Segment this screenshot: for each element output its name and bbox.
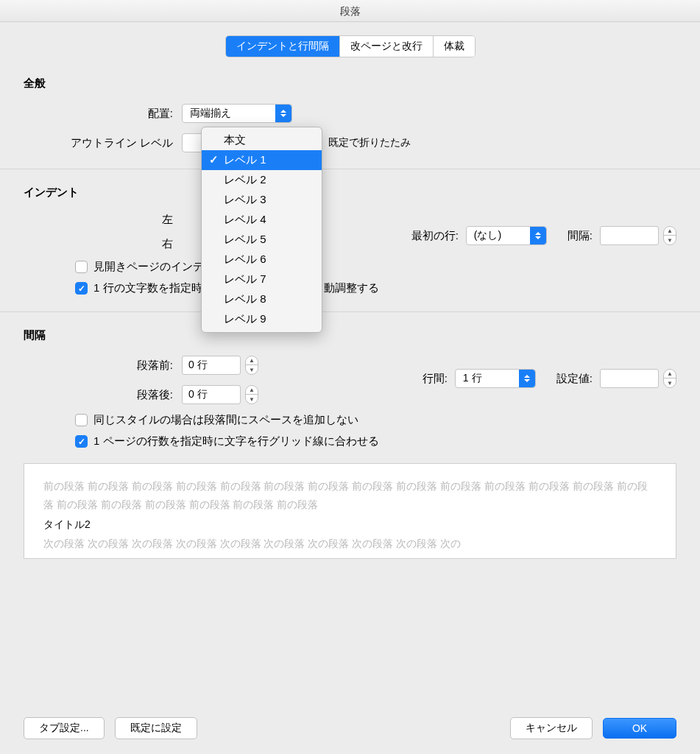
dd-item-body[interactable]: 本文 (202, 130, 322, 150)
nospace-label: 同じスタイルの場合は段落間にスペースを追加しない (93, 413, 358, 427)
section-general: 全般 (24, 77, 676, 91)
window-title: 段落 (0, 0, 700, 22)
preview-prev: 前の段落 前の段落 前の段落 前の段落 前の段落 前の段落 前の段落 前の段落 … (43, 477, 657, 514)
outline-label: アウトライン レベル (24, 136, 182, 150)
chevron-updown-icon (519, 370, 535, 387)
chevron-updown-icon (275, 105, 291, 122)
preview-current: タイトル2 (43, 514, 657, 535)
auto-indent-checkbox[interactable] (75, 282, 88, 295)
mirror-indent-checkbox[interactable] (75, 261, 88, 273)
dd-item-level9[interactable]: レベル 9 (202, 309, 322, 329)
indent-width-label: 間隔: (568, 229, 593, 243)
tab-indent[interactable]: インデントと行間隔 (226, 36, 340, 57)
nospace-checkbox[interactable] (75, 414, 88, 426)
preview-next: 次の段落 次の段落 次の段落 次の段落 次の段落 次の段落 次の段落 次の段落 … (43, 535, 657, 553)
ok-button[interactable]: OK (603, 718, 676, 739)
snap-grid-label: 1 ページの行数を指定時に文字を行グリッド線に合わせる (93, 434, 379, 448)
snap-grid-checkbox[interactable] (75, 435, 88, 448)
first-line-value: (なし) (474, 229, 501, 242)
line-at-stepper[interactable]: ▲▼ (663, 369, 676, 388)
align-value: 両端揃え (190, 107, 231, 120)
before-label: 段落前: (24, 359, 182, 373)
tab-layout[interactable]: 体裁 (434, 36, 475, 57)
before-stepper[interactable]: ▲▼ (245, 356, 258, 375)
line-at-input[interactable] (600, 369, 659, 388)
after-input[interactable]: 0 行 (182, 385, 241, 404)
indent-width-input[interactable] (600, 226, 659, 245)
align-label: 配置: (24, 107, 182, 121)
dd-item-level2[interactable]: レベル 2 (202, 170, 322, 190)
tabs-button[interactable]: タブ設定... (24, 717, 105, 739)
divider (0, 169, 700, 169)
tab-page-break[interactable]: 改ページと改行 (340, 36, 434, 57)
before-input[interactable]: 0 行 (182, 356, 241, 375)
dd-item-level8[interactable]: レベル 8 (202, 289, 322, 309)
first-line-select[interactable]: (なし) (466, 226, 547, 245)
dd-item-level6[interactable]: レベル 6 (202, 250, 322, 269)
indent-width-stepper[interactable]: ▲▼ (663, 226, 676, 245)
after-label: 段落後: (24, 388, 182, 402)
indent-right-label: 右 (24, 237, 182, 251)
cancel-button[interactable]: キャンセル (510, 717, 593, 739)
line-spacing-select[interactable]: 1 行 (455, 369, 536, 388)
indent-left-label: 左 (24, 213, 182, 227)
dd-item-level4[interactable]: レベル 4 (202, 210, 322, 230)
align-select[interactable]: 両端揃え (182, 104, 292, 123)
dd-item-level5[interactable]: レベル 5 (202, 230, 322, 250)
set-default-button[interactable]: 既定に設定 (115, 717, 197, 739)
first-line-label: 最初の行: (411, 229, 459, 243)
dd-item-level7[interactable]: レベル 7 (202, 269, 322, 289)
chevron-updown-icon (530, 227, 546, 244)
dd-item-level3[interactable]: レベル 3 (202, 190, 322, 210)
after-stepper[interactable]: ▲▼ (245, 385, 258, 404)
line-spacing-value: 1 行 (463, 372, 482, 385)
section-indent: インデント (24, 186, 676, 200)
line-at-label: 設定値: (556, 372, 593, 386)
tab-bar: インデントと行間隔 改ページと改行 体裁 (24, 35, 676, 57)
preview-box: 前の段落 前の段落 前の段落 前の段落 前の段落 前の段落 前の段落 前の段落 … (24, 463, 676, 559)
outline-level-dropdown[interactable]: 本文 レベル 1 レベル 2 レベル 3 レベル 4 レベル 5 レベル 6 レ… (201, 127, 322, 333)
line-spacing-label: 行間: (423, 372, 448, 386)
divider (0, 311, 700, 312)
section-spacing: 間隔 (24, 328, 676, 342)
dd-item-level1[interactable]: レベル 1 (202, 150, 322, 170)
collapse-label: 既定で折りたたみ (328, 136, 411, 149)
